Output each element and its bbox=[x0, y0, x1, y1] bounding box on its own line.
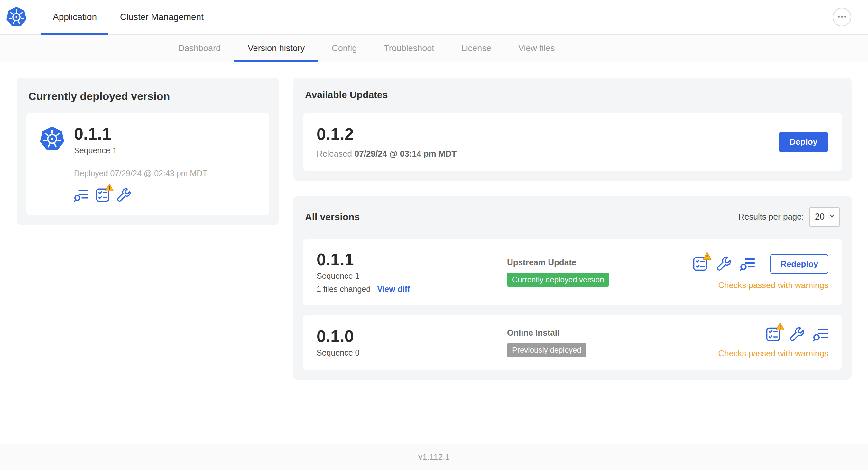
row-sequence: Sequence 0 bbox=[317, 348, 507, 358]
config-wrench-icon[interactable] bbox=[716, 256, 732, 272]
status-badge: Previously deployed bbox=[507, 343, 587, 357]
version-row: 0.1.0 Sequence 0 Online Install Previous… bbox=[303, 315, 842, 370]
row-version-number: 0.1.1 bbox=[317, 251, 507, 268]
released-date: 07/29/24 @ 03:14 pm MDT bbox=[354, 149, 457, 159]
all-versions-header: All versions Results per page: 20 bbox=[305, 207, 840, 227]
currently-deployed-section: Currently deployed version 0.1.1 Sequenc… bbox=[17, 78, 279, 225]
more-menu-button[interactable] bbox=[833, 8, 851, 26]
update-version-number: 0.1.2 bbox=[317, 125, 457, 143]
subtab-dashboard[interactable]: Dashboard bbox=[165, 35, 234, 62]
available-updates-section: Available Updates 0.1.2 Released07/29/24… bbox=[293, 78, 851, 181]
results-per-page-label: Results per page: bbox=[738, 212, 804, 222]
files-changed-label: 1 files changed bbox=[317, 284, 371, 294]
release-notes-icon[interactable] bbox=[740, 256, 755, 272]
source-label: Upstream Update bbox=[507, 258, 683, 267]
results-per-page-value: 20 bbox=[815, 212, 825, 222]
main-content: Currently deployed version 0.1.1 Sequenc… bbox=[0, 62, 868, 380]
version-row-info: 0.1.0 Sequence 0 bbox=[317, 328, 507, 358]
tab-cluster-management[interactable]: Cluster Management bbox=[108, 0, 215, 34]
current-version-number: 0.1.1 bbox=[74, 125, 256, 143]
version-row-source: Upstream Update Currently deployed versi… bbox=[507, 258, 683, 287]
subtab-version-history[interactable]: Version history bbox=[234, 35, 318, 62]
update-info: 0.1.2 Released07/29/24 @ 03:14 pm MDT bbox=[317, 125, 457, 159]
row-sequence: Sequence 1 bbox=[317, 271, 507, 281]
results-per-page: Results per page: 20 bbox=[738, 207, 840, 227]
released-label: Released bbox=[317, 149, 352, 159]
config-wrench-icon[interactable] bbox=[117, 188, 131, 203]
preflight-checks-icon[interactable] bbox=[95, 188, 110, 203]
current-version-block: 0.1.1 Sequence 1 bbox=[74, 125, 256, 155]
kubernetes-logo bbox=[0, 0, 27, 34]
checks-status: Checks passed with warnings bbox=[718, 348, 829, 359]
topbar: Application Cluster Management bbox=[0, 0, 868, 35]
top-tabs: Application Cluster Management bbox=[41, 0, 215, 34]
version-row-actions: Redeploy Checks passed with warnings bbox=[692, 254, 829, 290]
preflight-checks-icon[interactable] bbox=[692, 256, 708, 272]
release-notes-icon[interactable] bbox=[813, 327, 829, 342]
subnav: Dashboard Version history Config Trouble… bbox=[0, 35, 868, 62]
deploy-button[interactable]: Deploy bbox=[779, 132, 829, 153]
all-versions-section: All versions Results per page: 20 0.1.1 … bbox=[293, 196, 851, 380]
subtab-troubleshoot[interactable]: Troubleshoot bbox=[370, 35, 448, 62]
version-row: 0.1.1 Sequence 1 1 files changed View di… bbox=[303, 239, 842, 306]
status-badge: Currently deployed version bbox=[507, 273, 609, 287]
ellipsis-icon bbox=[836, 11, 847, 23]
checks-status: Checks passed with warnings bbox=[718, 280, 829, 290]
tab-application[interactable]: Application bbox=[41, 0, 108, 34]
subtab-view-files[interactable]: View files bbox=[505, 35, 568, 62]
view-diff-link[interactable]: View diff bbox=[377, 284, 410, 294]
chevron-down-icon bbox=[828, 211, 836, 222]
row-version-number: 0.1.0 bbox=[317, 328, 507, 345]
currently-deployed-title: Currently deployed version bbox=[28, 90, 269, 103]
kubernetes-app-icon bbox=[39, 125, 74, 155]
footer: v1.112.1 bbox=[0, 444, 868, 470]
currently-deployed-card: 0.1.1 Sequence 1 Deployed 07/29/24 @ 02:… bbox=[26, 113, 269, 215]
app-version-label: v1.112.1 bbox=[418, 452, 450, 462]
available-updates-title: Available Updates bbox=[305, 89, 842, 100]
current-version-sequence: Sequence 1 bbox=[74, 146, 256, 155]
topbar-spacer bbox=[215, 0, 833, 34]
released-timestamp: Released07/29/24 @ 03:14 pm MDT bbox=[317, 149, 457, 159]
version-row-source: Online Install Previously deployed bbox=[507, 328, 709, 357]
subtab-config[interactable]: Config bbox=[318, 35, 370, 62]
version-row-actions: Checks passed with warnings bbox=[718, 327, 829, 359]
deployed-timestamp: Deployed 07/29/24 @ 02:43 pm MDT bbox=[74, 169, 256, 178]
right-column: Available Updates 0.1.2 Released07/29/24… bbox=[293, 78, 851, 380]
results-per-page-select[interactable]: 20 bbox=[809, 207, 840, 227]
files-changed-line: 1 files changed View diff bbox=[317, 284, 507, 294]
preflight-checks-icon[interactable] bbox=[765, 327, 781, 342]
available-update-card: 0.1.2 Released07/29/24 @ 03:14 pm MDT De… bbox=[303, 113, 842, 171]
subtab-license[interactable]: License bbox=[448, 35, 505, 62]
source-label: Online Install bbox=[507, 328, 709, 338]
redeploy-button[interactable]: Redeploy bbox=[770, 254, 829, 274]
config-wrench-icon[interactable] bbox=[789, 327, 805, 342]
release-notes-icon[interactable] bbox=[74, 188, 89, 203]
current-version-actions bbox=[74, 188, 256, 203]
all-versions-title: All versions bbox=[305, 211, 360, 223]
version-row-info: 0.1.1 Sequence 1 1 files changed View di… bbox=[317, 251, 507, 294]
